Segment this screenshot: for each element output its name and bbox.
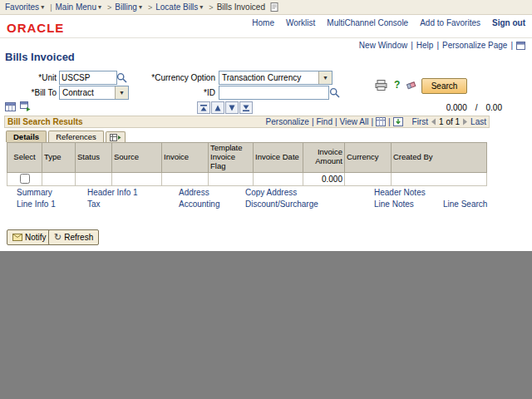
link-summary[interactable]: Summary [17, 188, 52, 197]
separator: | [371, 117, 373, 126]
grid-pager: First 1 of 1 Last [412, 117, 486, 126]
refresh-button[interactable]: ↻ Refresh [48, 229, 99, 245]
dropdown-arrow-icon: ▼ [115, 86, 128, 99]
chevron-down-icon: ▾ [139, 3, 142, 11]
navigate-down-icon[interactable] [225, 101, 239, 114]
unit-input[interactable] [59, 71, 117, 85]
personalize-grid-icon[interactable] [5, 101, 16, 112]
oracle-logo: ORACLE [7, 21, 64, 35]
notify-button[interactable]: Notify [7, 229, 52, 245]
header-divider [0, 37, 532, 38]
col-header-status: Status [76, 143, 112, 173]
tab-references[interactable]: References [48, 131, 104, 142]
link-find[interactable]: Find [316, 117, 332, 126]
refresh-label: Refresh [64, 233, 93, 242]
pager-first[interactable]: First [412, 117, 428, 126]
show-all-columns-tab[interactable] [106, 131, 126, 142]
cell-invoice-date [254, 172, 303, 185]
col-header-invoice-date: Invoice Date [254, 143, 303, 173]
link-worklist[interactable]: Worklist [286, 18, 315, 27]
link-home[interactable]: Home [252, 18, 274, 27]
tab-details[interactable]: Details [6, 131, 47, 142]
total-amount-2: 0.00 [486, 103, 502, 112]
col-header-source: Source [112, 143, 162, 173]
total-amount: 0.000 [446, 103, 467, 112]
breadcrumb-separator: | [50, 3, 52, 12]
link-discount-surcharge[interactable]: Discount/Surcharge [245, 200, 318, 209]
bill-to-label: *Bill To [15, 88, 57, 97]
link-personalize-page[interactable]: Personalize Page [442, 41, 507, 50]
chevron-down-icon: ▾ [41, 3, 44, 11]
col-header-created-by: Created By [392, 143, 487, 173]
breadcrumb-locate-bills[interactable]: Locate Bills [155, 2, 198, 12]
id-input[interactable] [219, 86, 329, 100]
page-content: Favorites ▾ | Main Menu ▾ > Billing ▾ > … [0, 0, 532, 251]
download-icon[interactable] [393, 117, 403, 126]
spreadsheet-icon[interactable] [376, 117, 386, 126]
breadcrumb-billing[interactable]: Billing [115, 2, 137, 12]
cell-status [76, 172, 112, 185]
id-lookup-icon[interactable] [329, 87, 340, 98]
navigate-up-icon[interactable] [211, 101, 224, 114]
id-label: *ID [165, 88, 215, 97]
dropdown-arrow-icon: ▼ [318, 71, 332, 84]
currency-option-value: Transaction Currency [219, 73, 318, 82]
link-line-notes[interactable]: Line Notes [374, 200, 414, 209]
link-header-notes[interactable]: Header Notes [374, 188, 426, 197]
cell-select [7, 172, 42, 185]
separator: | [510, 41, 513, 50]
page-title: Bills Invoiced [5, 51, 75, 63]
pager-next-icon[interactable] [462, 118, 468, 126]
link-new-window[interactable]: New Window [359, 41, 407, 50]
link-tax[interactable]: Tax [87, 200, 101, 209]
url-icon[interactable] [516, 42, 525, 50]
col-header-invoice-amount: Invoice Amount [303, 143, 345, 173]
navigate-top-icon[interactable] [197, 101, 210, 114]
pager-prev-icon[interactable] [431, 118, 436, 126]
breadcrumb-bills-invoiced: Bills Invoiced [217, 2, 265, 12]
link-accounting[interactable]: Accounting [179, 200, 219, 209]
unit-label: *Unit [15, 73, 57, 82]
link-personalize[interactable]: Personalize [266, 117, 309, 126]
notify-label: Notify [25, 233, 47, 242]
refresh-icon: ↻ [54, 233, 62, 242]
pager-last[interactable]: Last [470, 117, 486, 126]
bill-to-select[interactable]: Contract ▼ [59, 86, 129, 100]
breadcrumb-separator: > [209, 3, 213, 12]
row-select-checkbox[interactable] [20, 174, 30, 184]
link-address[interactable]: Address [179, 188, 209, 197]
col-header-currency: Currency [345, 143, 392, 173]
link-help[interactable]: Help [416, 41, 434, 50]
help-icon[interactable]: ? [394, 79, 400, 91]
cell-type [42, 172, 76, 185]
col-header-type: Type [42, 143, 76, 173]
currency-option-select[interactable]: Transaction Currency ▼ [219, 71, 332, 85]
printer-icon[interactable] [375, 80, 387, 91]
cell-created-by [392, 172, 487, 185]
col-header-select: Select [7, 143, 42, 173]
link-multichannel-console[interactable]: MultiChannel Console [327, 18, 408, 27]
link-sign-out[interactable]: Sign out [492, 18, 525, 27]
chevron-down-icon: ▾ [200, 3, 203, 11]
breadcrumb-main-menu[interactable]: Main Menu [55, 2, 96, 12]
separator: | [388, 117, 391, 126]
link-copy-address[interactable]: Copy Address [245, 188, 297, 197]
clear-icon[interactable] [406, 80, 417, 90]
separator: | [335, 117, 337, 126]
link-view-all[interactable]: View All [340, 117, 369, 126]
results-tabs: Details References [4, 129, 490, 142]
results-table: Select Type Status Source Invoice Templa… [7, 142, 487, 186]
chevron-down-icon: ▾ [98, 3, 101, 11]
bill-search-results: Bill Search Results Personalize | Find |… [4, 116, 490, 186]
separator: | [436, 41, 439, 50]
link-add-to-favorites[interactable]: Add to Favorites [420, 18, 480, 27]
link-line-info-1[interactable]: Line Info 1 [17, 200, 56, 209]
breadcrumb-favorites[interactable]: Favorites [5, 2, 39, 12]
export-grid-icon[interactable] [20, 101, 31, 112]
show-all-columns-icon [110, 134, 121, 141]
link-line-search[interactable]: Line Search [443, 200, 487, 209]
link-header-info-1[interactable]: Header Info 1 [87, 188, 138, 197]
breadcrumb-page-icon[interactable] [270, 2, 279, 12]
navigate-bottom-icon[interactable] [239, 101, 253, 114]
search-button[interactable]: Search [421, 78, 467, 94]
